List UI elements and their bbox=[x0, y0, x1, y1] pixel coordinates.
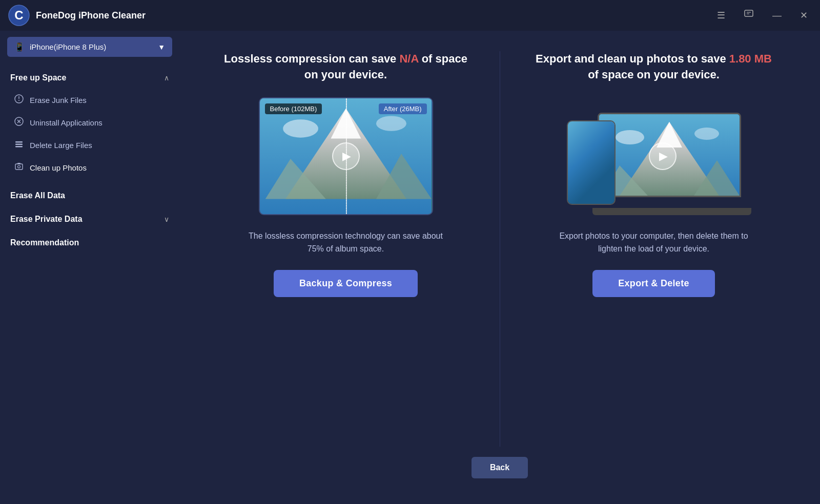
sidebar-item-clean-photos-label: Clean up Photos bbox=[30, 163, 87, 172]
svg-point-23 bbox=[376, 116, 406, 131]
sidebar-item-erase-junk-label: Erase Junk Files bbox=[30, 96, 87, 104]
svg-point-29 bbox=[616, 130, 644, 144]
svg-rect-2 bbox=[745, 10, 753, 16]
chat-button[interactable] bbox=[740, 7, 758, 24]
svg-rect-14 bbox=[15, 164, 23, 170]
sidebar-item-delete-large[interactable]: Delete Large Files bbox=[0, 134, 179, 156]
content-area: Lossless compression can save N/A of spa… bbox=[179, 31, 820, 504]
chat-icon bbox=[744, 9, 754, 19]
compression-image: Before (102MB) After (26MB) ▶ bbox=[259, 97, 433, 215]
uninstall-icon bbox=[14, 117, 24, 128]
svg-point-30 bbox=[694, 128, 719, 140]
sidebar: 📱 iPhone(iPhone 8 Plus) ▼ Free up Space … bbox=[0, 31, 179, 504]
phone-screen bbox=[568, 121, 614, 204]
delete-large-icon bbox=[14, 139, 24, 151]
sidebar-erase-private-arrow: ∨ bbox=[164, 215, 169, 223]
export-card-desc: Export photos to your computer, then del… bbox=[557, 229, 751, 256]
export-image: ▶ bbox=[567, 97, 741, 215]
back-button[interactable]: Back bbox=[471, 457, 528, 478]
sidebar-erase-private-header[interactable]: Erase Private Data ∨ bbox=[0, 208, 179, 230]
svg-rect-12 bbox=[15, 144, 23, 145]
title-bar: C FoneDog iPhone Cleaner ☰ — ✕ bbox=[0, 0, 820, 31]
bottom-bar: Back bbox=[441, 447, 559, 489]
sidebar-free-up-space-title: Free up Space bbox=[10, 73, 66, 82]
sidebar-erase-all-data[interactable]: Erase All Data bbox=[0, 183, 179, 208]
export-delete-button[interactable]: Export & Delete bbox=[592, 270, 715, 297]
clean-photos-icon bbox=[14, 162, 24, 173]
export-play-icon: ▶ bbox=[659, 150, 668, 163]
compress-card: Lossless compression can save N/A of spa… bbox=[223, 51, 469, 297]
compress-play-button[interactable]: ▶ bbox=[332, 142, 360, 170]
phone-icon: 📱 bbox=[14, 42, 25, 52]
backup-compress-button[interactable]: Backup & Compress bbox=[274, 270, 418, 297]
export-play-button[interactable]: ▶ bbox=[649, 142, 676, 170]
erase-junk-icon bbox=[14, 94, 24, 106]
phone-shape bbox=[567, 120, 616, 205]
app-logo: C bbox=[8, 5, 30, 26]
sidebar-item-uninstall-label: Uninstall Applications bbox=[30, 118, 102, 127]
app-title: FoneDog iPhone Cleaner bbox=[36, 10, 146, 21]
svg-rect-13 bbox=[15, 146, 23, 148]
main-layout: 📱 iPhone(iPhone 8 Plus) ▼ Free up Space … bbox=[0, 31, 820, 504]
svg-point-22 bbox=[283, 119, 318, 137]
card-divider bbox=[500, 51, 500, 447]
sidebar-recommendation[interactable]: Recommendation bbox=[0, 230, 179, 256]
app-header: C FoneDog iPhone Cleaner bbox=[8, 5, 146, 26]
device-selector-left: 📱 iPhone(iPhone 8 Plus) bbox=[14, 42, 106, 52]
sidebar-item-erase-junk[interactable]: Erase Junk Files bbox=[0, 89, 179, 111]
compress-card-desc: The lossless compression technology can … bbox=[249, 229, 443, 256]
before-label: Before (102MB) bbox=[265, 103, 322, 114]
sidebar-erase-private-title: Erase Private Data bbox=[10, 215, 83, 224]
svg-rect-11 bbox=[15, 141, 23, 143]
menu-button[interactable]: ☰ bbox=[713, 8, 729, 23]
sidebar-item-delete-large-label: Delete Large Files bbox=[30, 141, 92, 150]
sidebar-free-up-space-arrow: ∧ bbox=[164, 74, 169, 82]
minimize-button[interactable]: — bbox=[768, 8, 786, 23]
close-button[interactable]: ✕ bbox=[796, 8, 812, 23]
export-card: Export and clean up photos to save 1.80 … bbox=[531, 51, 777, 297]
after-label: After (26MB) bbox=[379, 103, 427, 114]
window-controls: ☰ — ✕ bbox=[713, 7, 812, 24]
svg-text:C: C bbox=[14, 8, 23, 22]
device-selector[interactable]: 📱 iPhone(iPhone 8 Plus) ▼ bbox=[7, 37, 172, 57]
cards-row: Lossless compression can save N/A of spa… bbox=[210, 51, 789, 447]
svg-point-7 bbox=[18, 100, 19, 101]
sidebar-item-clean-photos[interactable]: Clean up Photos bbox=[0, 156, 179, 179]
sidebar-free-up-space-header[interactable]: Free up Space ∧ bbox=[0, 67, 179, 89]
compress-card-title: Lossless compression can save N/A of spa… bbox=[223, 51, 469, 83]
device-name: iPhone(iPhone 8 Plus) bbox=[30, 43, 106, 51]
play-icon: ▶ bbox=[342, 150, 351, 163]
svg-point-15 bbox=[18, 165, 20, 168]
sidebar-free-up-space-section: Free up Space ∧ Erase Junk Files Uninsta… bbox=[0, 63, 179, 183]
laptop-base bbox=[592, 208, 751, 215]
sidebar-item-uninstall[interactable]: Uninstall Applications bbox=[0, 111, 179, 134]
export-card-title: Export and clean up photos to save 1.80 … bbox=[531, 51, 777, 83]
device-dropdown-arrow: ▼ bbox=[158, 43, 165, 51]
svg-rect-16 bbox=[17, 163, 20, 164]
